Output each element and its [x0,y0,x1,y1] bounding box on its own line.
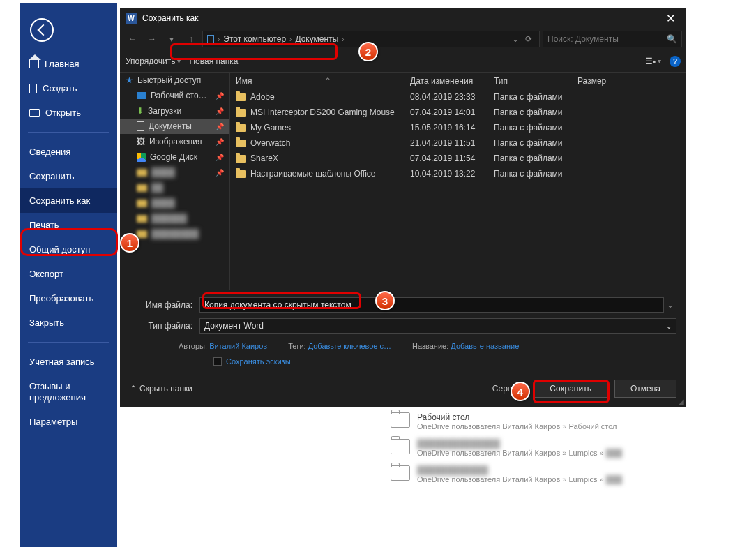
tree-folder-blur[interactable]: ████📌 [120,165,229,180]
titlemeta-value[interactable]: Добавьте название [451,342,519,350]
tree-images[interactable]: 🖼Изображения📌 [120,134,229,149]
filename-input[interactable] [199,297,664,313]
new-folder-button[interactable]: Новая папка [189,57,238,66]
document-icon [29,84,37,93]
bg-item[interactable]: Рабочий столOneDrive пользователя Витали… [391,408,697,435]
nav-options[interactable]: Параметры [20,410,117,434]
separator [28,342,109,343]
nav-recent-icon[interactable]: ▾ [163,31,180,47]
help-icon[interactable]: ? [670,56,681,67]
col-date[interactable]: Дата изменения [405,76,488,86]
nav-forward-icon[interactable]: → [144,31,160,47]
column-headers: Имя⌃ Дата изменения Тип Размер [230,73,686,89]
tags-value[interactable]: Добавьте ключевое с… [308,342,391,350]
col-name[interactable]: Имя⌃ [230,76,405,86]
thumbnail-checkbox[interactable] [213,357,222,366]
home-icon [29,60,39,68]
pin-icon: 📌 [216,92,224,100]
nav-home-label: Главная [45,59,79,69]
tree-folder-blur[interactable]: ████ [120,195,229,211]
file-row[interactable]: ShareX07.04.2019 11:54Папка с файлами [230,151,686,166]
bg-item[interactable]: ██████████████OneDrive пользователя Вита… [391,435,697,461]
tree-desktop[interactable]: Рабочий сто…📌 [120,88,229,103]
file-row[interactable]: MSI Interceptor DS200 Gaming Mouse07.04.… [230,105,686,120]
save-as-dialog: W Сохранить как ✕ ← → ▾ ↑ › Этот компьют… [120,8,686,407]
view-button[interactable]: ☰▪ ▾ [645,57,661,66]
resize-grip-icon[interactable]: ◢ [679,398,684,405]
nav-save-as[interactable]: Сохранить как [20,188,117,213]
step-badge-4: 4 [511,382,530,401]
organize-button[interactable]: Упорядочить ▾ [126,57,181,66]
search-input[interactable]: Поиск: Документы 🔍 [543,31,682,47]
back-button[interactable] [30,18,54,42]
folder-tree: ★Быстрый доступ Рабочий сто…📌 ⬇Загрузки📌… [120,73,230,290]
dialog-title: Сохранить как [142,13,198,23]
form-area: Имя файла: ⌄ Тип файла: Документ Word⌄ А… [120,290,686,373]
authors-value[interactable]: Виталий Каиров [209,342,267,350]
file-date: 07.04.2019 14:01 [405,107,488,117]
col-type[interactable]: Тип [488,76,572,86]
dialog-body: ★Быстрый доступ Рабочий сто…📌 ⬇Загрузки📌… [120,73,686,290]
toolbar: Упорядочить ▾ Новая папка ☰▪ ▾ ? [120,50,686,73]
nav-save[interactable]: Сохранить [20,164,117,188]
file-date: 21.04.2019 11:51 [405,138,488,148]
tree-documents[interactable]: Документы📌 [120,119,229,134]
download-icon: ⬇ [137,106,144,116]
file-row[interactable]: Overwatch21.04.2019 11:51Папка с файлами [230,135,686,151]
nav-feedback[interactable]: Отзывы и предложения [20,374,117,410]
pin-icon: 📌 [216,154,224,161]
nav-up-icon[interactable]: ↑ [183,31,199,47]
pin-icon: 📌 [216,123,224,130]
file-name: Adobe [250,92,275,102]
nav-account[interactable]: Учетная запись [20,350,117,374]
save-button[interactable]: Сохранить [534,380,607,398]
nav-share[interactable]: Общий доступ [20,237,117,262]
cancel-button[interactable]: Отмена [614,380,676,398]
close-button[interactable]: ✕ [660,10,681,27]
bg-item[interactable]: ████████████OneDrive пользователя Витали… [391,461,697,488]
word-icon: W [126,13,137,24]
breadcrumb-segment[interactable]: Документы [295,34,338,44]
folder-icon [236,155,246,163]
folder-icon [391,412,410,428]
file-date: 10.04.2019 13:22 [405,169,488,179]
nav-back-icon[interactable]: ← [124,31,141,47]
background-recent: Рабочий столOneDrive пользователя Витали… [391,408,697,488]
nav-info[interactable]: Сведения [20,140,117,164]
file-type: Папка с файлами [488,107,572,117]
file-type: Папка с файлами [488,138,572,148]
filetype-combo[interactable]: Документ Word⌄ [199,318,676,334]
folder-icon [137,184,147,192]
breadcrumb-segment[interactable]: Этот компьютер [223,34,286,44]
nav-transform[interactable]: Преобразовать [20,286,117,310]
chevron-down-icon: ▾ [177,57,181,65]
tree-downloads[interactable]: ⬇Загрузки📌 [120,103,229,119]
nav-close[interactable]: Закрыть [20,310,117,335]
file-date: 08.04.2019 23:33 [405,92,488,102]
refresh-icon[interactable]: ⟳ [525,34,532,44]
nav-new-label: Создать [43,83,77,93]
tree-quick-access[interactable]: ★Быстрый доступ [120,73,229,88]
file-row[interactable]: Adobe08.04.2019 23:33Папка с файлами [230,89,686,105]
file-type: Папка с файлами [488,169,572,179]
tree-gdrive[interactable]: Google Диск📌 [120,149,229,165]
hide-folders-button[interactable]: ⌃ Скрыть папки [130,384,192,394]
desktop-icon [137,92,146,99]
nav-new[interactable]: Создать [20,76,117,100]
filetype-label: Тип файла: [130,321,199,331]
tree-folder-blur[interactable]: ██ [120,180,229,195]
folder-icon [236,140,246,147]
nav-open[interactable]: Открыть [20,100,117,125]
file-name: Настраиваемые шаблоны Office [250,169,376,179]
chevron-right-icon: › [342,36,344,43]
nav-print[interactable]: Печать [20,213,117,237]
file-row[interactable]: Настраиваемые шаблоны Office10.04.2019 1… [230,166,686,181]
combo-dropdown-icon[interactable]: ⌄ [664,300,676,310]
tree-folder-blur[interactable]: ██████ [120,211,229,226]
drive-icon [207,35,214,43]
breadcrumb-dropdown-icon[interactable]: ⌄ [512,34,519,44]
file-row[interactable]: My Games15.05.2019 16:14Папка с файлами [230,120,686,135]
col-size[interactable]: Размер [572,76,628,86]
nav-export[interactable]: Экспорт [20,262,117,286]
nav-home[interactable]: Главная [20,52,117,76]
